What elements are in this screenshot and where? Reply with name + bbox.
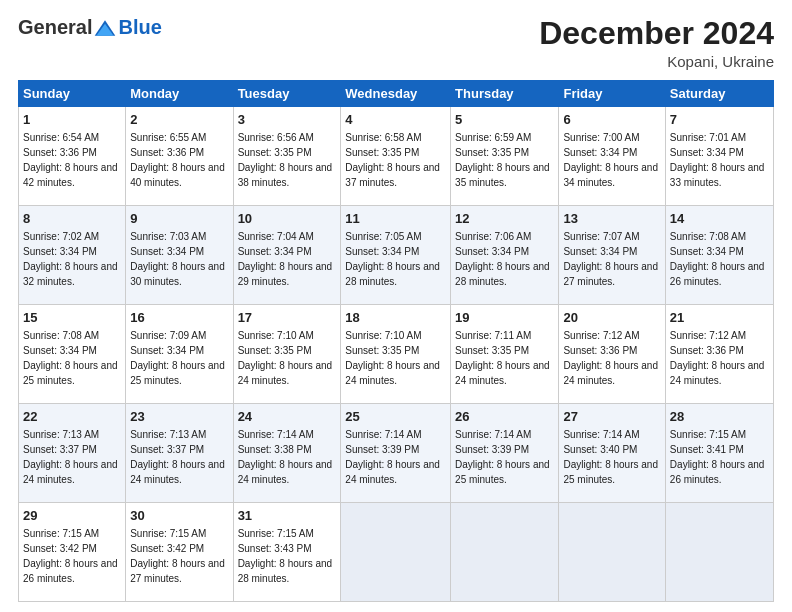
calendar-cell: 24Sunrise: 7:14 AMSunset: 3:38 PMDayligh…: [233, 404, 341, 503]
day-info: Sunrise: 6:55 AMSunset: 3:36 PMDaylight:…: [130, 132, 225, 188]
calendar-header-row: SundayMondayTuesdayWednesdayThursdayFrid…: [19, 81, 774, 107]
logo-text: General Blue: [18, 16, 162, 39]
day-number: 7: [670, 111, 769, 129]
day-info: Sunrise: 7:08 AMSunset: 3:34 PMDaylight:…: [23, 330, 118, 386]
day-info: Sunrise: 7:08 AMSunset: 3:34 PMDaylight:…: [670, 231, 765, 287]
calendar-cell: 2Sunrise: 6:55 AMSunset: 3:36 PMDaylight…: [126, 107, 233, 206]
calendar-cell: 5Sunrise: 6:59 AMSunset: 3:35 PMDaylight…: [451, 107, 559, 206]
day-info: Sunrise: 7:06 AMSunset: 3:34 PMDaylight:…: [455, 231, 550, 287]
logo-general: General: [18, 16, 92, 39]
day-number: 17: [238, 309, 337, 327]
day-info: Sunrise: 7:10 AMSunset: 3:35 PMDaylight:…: [345, 330, 440, 386]
calendar-cell: 11Sunrise: 7:05 AMSunset: 3:34 PMDayligh…: [341, 206, 451, 305]
calendar-cell: 3Sunrise: 6:56 AMSunset: 3:35 PMDaylight…: [233, 107, 341, 206]
day-number: 27: [563, 408, 660, 426]
calendar-week-2: 8Sunrise: 7:02 AMSunset: 3:34 PMDaylight…: [19, 206, 774, 305]
calendar-header-monday: Monday: [126, 81, 233, 107]
calendar-cell: 27Sunrise: 7:14 AMSunset: 3:40 PMDayligh…: [559, 404, 665, 503]
calendar-cell: 1Sunrise: 6:54 AMSunset: 3:36 PMDaylight…: [19, 107, 126, 206]
day-number: 14: [670, 210, 769, 228]
calendar-cell: 17Sunrise: 7:10 AMSunset: 3:35 PMDayligh…: [233, 305, 341, 404]
day-number: 13: [563, 210, 660, 228]
day-number: 22: [23, 408, 121, 426]
calendar-cell: 13Sunrise: 7:07 AMSunset: 3:34 PMDayligh…: [559, 206, 665, 305]
day-info: Sunrise: 6:59 AMSunset: 3:35 PMDaylight:…: [455, 132, 550, 188]
calendar-cell: 8Sunrise: 7:02 AMSunset: 3:34 PMDaylight…: [19, 206, 126, 305]
day-number: 9: [130, 210, 228, 228]
day-info: Sunrise: 6:56 AMSunset: 3:35 PMDaylight:…: [238, 132, 333, 188]
day-info: Sunrise: 7:12 AMSunset: 3:36 PMDaylight:…: [563, 330, 658, 386]
logo: General Blue: [18, 16, 162, 39]
day-number: 30: [130, 507, 228, 525]
calendar-cell: [665, 503, 773, 602]
calendar-header-tuesday: Tuesday: [233, 81, 341, 107]
day-info: Sunrise: 7:15 AMSunset: 3:43 PMDaylight:…: [238, 528, 333, 584]
day-info: Sunrise: 7:11 AMSunset: 3:35 PMDaylight:…: [455, 330, 550, 386]
day-number: 4: [345, 111, 446, 129]
day-number: 21: [670, 309, 769, 327]
calendar-week-3: 15Sunrise: 7:08 AMSunset: 3:34 PMDayligh…: [19, 305, 774, 404]
calendar-cell: 9Sunrise: 7:03 AMSunset: 3:34 PMDaylight…: [126, 206, 233, 305]
day-number: 23: [130, 408, 228, 426]
calendar-cell: 29Sunrise: 7:15 AMSunset: 3:42 PMDayligh…: [19, 503, 126, 602]
calendar-cell: 26Sunrise: 7:14 AMSunset: 3:39 PMDayligh…: [451, 404, 559, 503]
day-number: 20: [563, 309, 660, 327]
calendar-cell: 30Sunrise: 7:15 AMSunset: 3:42 PMDayligh…: [126, 503, 233, 602]
day-info: Sunrise: 7:05 AMSunset: 3:34 PMDaylight:…: [345, 231, 440, 287]
day-info: Sunrise: 7:13 AMSunset: 3:37 PMDaylight:…: [130, 429, 225, 485]
calendar-cell: 20Sunrise: 7:12 AMSunset: 3:36 PMDayligh…: [559, 305, 665, 404]
day-number: 2: [130, 111, 228, 129]
calendar-cell: [559, 503, 665, 602]
day-number: 12: [455, 210, 554, 228]
day-number: 10: [238, 210, 337, 228]
day-number: 8: [23, 210, 121, 228]
day-number: 18: [345, 309, 446, 327]
calendar-cell: 21Sunrise: 7:12 AMSunset: 3:36 PMDayligh…: [665, 305, 773, 404]
page: General Blue December 2024 Kopani, Ukrai…: [0, 0, 792, 612]
day-number: 16: [130, 309, 228, 327]
day-info: Sunrise: 7:14 AMSunset: 3:39 PMDaylight:…: [455, 429, 550, 485]
day-info: Sunrise: 7:02 AMSunset: 3:34 PMDaylight:…: [23, 231, 118, 287]
calendar-cell: 18Sunrise: 7:10 AMSunset: 3:35 PMDayligh…: [341, 305, 451, 404]
header: General Blue December 2024 Kopani, Ukrai…: [18, 16, 774, 70]
calendar-cell: 15Sunrise: 7:08 AMSunset: 3:34 PMDayligh…: [19, 305, 126, 404]
day-info: Sunrise: 7:01 AMSunset: 3:34 PMDaylight:…: [670, 132, 765, 188]
calendar-cell: 4Sunrise: 6:58 AMSunset: 3:35 PMDaylight…: [341, 107, 451, 206]
calendar-cell: 28Sunrise: 7:15 AMSunset: 3:41 PMDayligh…: [665, 404, 773, 503]
calendar-week-4: 22Sunrise: 7:13 AMSunset: 3:37 PMDayligh…: [19, 404, 774, 503]
day-number: 24: [238, 408, 337, 426]
day-info: Sunrise: 7:09 AMSunset: 3:34 PMDaylight:…: [130, 330, 225, 386]
day-number: 31: [238, 507, 337, 525]
calendar-cell: 10Sunrise: 7:04 AMSunset: 3:34 PMDayligh…: [233, 206, 341, 305]
day-info: Sunrise: 7:15 AMSunset: 3:42 PMDaylight:…: [130, 528, 225, 584]
day-info: Sunrise: 7:00 AMSunset: 3:34 PMDaylight:…: [563, 132, 658, 188]
day-info: Sunrise: 7:12 AMSunset: 3:36 PMDaylight:…: [670, 330, 765, 386]
day-info: Sunrise: 7:13 AMSunset: 3:37 PMDaylight:…: [23, 429, 118, 485]
title-block: December 2024 Kopani, Ukraine: [539, 16, 774, 70]
day-info: Sunrise: 7:04 AMSunset: 3:34 PMDaylight:…: [238, 231, 333, 287]
day-number: 25: [345, 408, 446, 426]
calendar-cell: 22Sunrise: 7:13 AMSunset: 3:37 PMDayligh…: [19, 404, 126, 503]
calendar-week-5: 29Sunrise: 7:15 AMSunset: 3:42 PMDayligh…: [19, 503, 774, 602]
calendar-cell: 14Sunrise: 7:08 AMSunset: 3:34 PMDayligh…: [665, 206, 773, 305]
day-number: 11: [345, 210, 446, 228]
day-info: Sunrise: 7:15 AMSunset: 3:41 PMDaylight:…: [670, 429, 765, 485]
logo-blue: Blue: [118, 16, 161, 39]
calendar-cell: 12Sunrise: 7:06 AMSunset: 3:34 PMDayligh…: [451, 206, 559, 305]
calendar-cell: 16Sunrise: 7:09 AMSunset: 3:34 PMDayligh…: [126, 305, 233, 404]
day-info: Sunrise: 7:14 AMSunset: 3:39 PMDaylight:…: [345, 429, 440, 485]
subtitle: Kopani, Ukraine: [539, 53, 774, 70]
day-info: Sunrise: 7:10 AMSunset: 3:35 PMDaylight:…: [238, 330, 333, 386]
day-number: 6: [563, 111, 660, 129]
calendar-header-thursday: Thursday: [451, 81, 559, 107]
day-info: Sunrise: 7:03 AMSunset: 3:34 PMDaylight:…: [130, 231, 225, 287]
calendar-week-1: 1Sunrise: 6:54 AMSunset: 3:36 PMDaylight…: [19, 107, 774, 206]
day-number: 15: [23, 309, 121, 327]
day-info: Sunrise: 7:15 AMSunset: 3:42 PMDaylight:…: [23, 528, 118, 584]
calendar-cell: 31Sunrise: 7:15 AMSunset: 3:43 PMDayligh…: [233, 503, 341, 602]
day-info: Sunrise: 7:07 AMSunset: 3:34 PMDaylight:…: [563, 231, 658, 287]
calendar-cell: [341, 503, 451, 602]
calendar-header-sunday: Sunday: [19, 81, 126, 107]
calendar-cell: 19Sunrise: 7:11 AMSunset: 3:35 PMDayligh…: [451, 305, 559, 404]
day-number: 5: [455, 111, 554, 129]
